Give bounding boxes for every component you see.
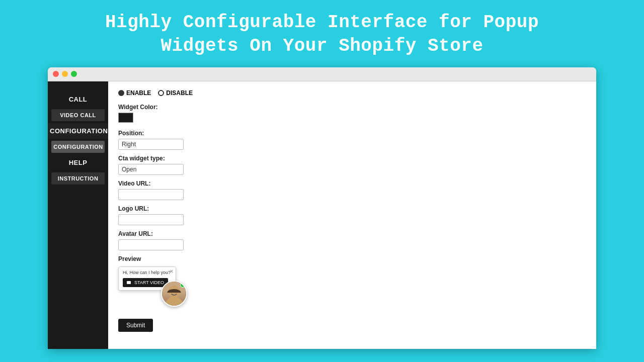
widget-color-label: Widget Color: — [118, 104, 586, 111]
browser-titlebar — [48, 67, 596, 81]
preview-label: Preview — [118, 255, 586, 262]
main-content: ENABLE DISABLE Widget Color: Position: C… — [108, 81, 596, 349]
avatar-url-label: Avatar URL: — [118, 230, 586, 237]
video-url-input[interactable] — [118, 189, 184, 200]
preview-widget: ✕ Hi, How can I help you? START VIDEO — [118, 266, 199, 307]
position-label: Position: — [118, 130, 586, 137]
svg-point-0 — [165, 297, 183, 306]
position-section: Position: — [118, 130, 586, 150]
widget-close-icon[interactable]: ✕ — [170, 269, 174, 274]
sidebar-video-call-label: VIDEO CALL — [60, 112, 96, 118]
enable-radio-label[interactable]: ENABLE — [118, 89, 151, 97]
sidebar: CALL VIDEO CALL CONFIGURATION CONFIGURAT… — [48, 81, 108, 349]
disable-radio-empty — [158, 90, 164, 96]
disable-radio-label[interactable]: DISABLE — [158, 89, 193, 97]
disable-label-text: DISABLE — [166, 89, 193, 97]
avatar-url-section: Avatar URL: — [118, 230, 586, 250]
cta-widget-type-input[interactable] — [118, 164, 184, 175]
widget-start-video-button[interactable]: START VIDEO — [123, 278, 168, 287]
enable-radio-filled — [118, 90, 124, 96]
sidebar-video-call-button[interactable]: VIDEO CALL — [51, 109, 105, 121]
sidebar-item-help[interactable]: HELP — [48, 155, 108, 170]
sidebar-help-label: HELP — [69, 159, 88, 166]
header-line1: Highly Configurable Interface for Popup — [105, 12, 539, 33]
position-input[interactable] — [118, 139, 184, 150]
avatar-url-input[interactable] — [118, 239, 184, 250]
preview-section: Preview ✕ Hi, How can I help you? START … — [118, 255, 586, 307]
enable-label-text: ENABLE — [126, 89, 151, 97]
widget-color-swatch[interactable] — [118, 113, 133, 123]
browser-window: CALL VIDEO CALL CONFIGURATION CONFIGURAT… — [48, 67, 596, 349]
video-icon — [127, 281, 131, 284]
widget-color-section: Widget Color: — [118, 104, 586, 125]
header-line2: Widgets On Your Shopify Store — [160, 36, 483, 56]
sidebar-config-btn-label: CONFIGURATION — [53, 144, 103, 150]
header-title: Highly Configurable Interface for Popup … — [10, 11, 634, 58]
submit-label: Submit — [126, 322, 145, 329]
minimize-button-dot[interactable] — [62, 71, 68, 77]
close-button-dot[interactable] — [53, 71, 59, 77]
sidebar-configuration-button[interactable]: CONFIGURATION — [51, 141, 105, 153]
logo-url-input[interactable] — [118, 214, 184, 225]
page-header: Highly Configurable Interface for Popup … — [0, 0, 644, 67]
submit-button[interactable]: Submit — [118, 319, 153, 332]
sidebar-configuration-label: CONFIGURATION — [50, 127, 108, 135]
cta-widget-type-label: Cta widget type: — [118, 155, 586, 162]
browser-content: CALL VIDEO CALL CONFIGURATION CONFIGURAT… — [48, 81, 596, 349]
cta-widget-type-section: Cta widget type: — [118, 155, 586, 175]
enable-disable-toggle: ENABLE DISABLE — [118, 89, 586, 97]
maximize-button-dot[interactable] — [71, 71, 77, 77]
widget-avatar[interactable] — [161, 281, 187, 307]
start-video-label: START VIDEO — [134, 280, 164, 285]
sidebar-item-call[interactable]: CALL — [48, 92, 108, 107]
video-url-section: Video URL: — [118, 180, 586, 200]
sidebar-call-label: CALL — [69, 96, 88, 103]
logo-url-section: Logo URL: — [118, 205, 586, 225]
widget-greeting-text: Hi, How can I help you? — [123, 270, 172, 275]
video-url-label: Video URL: — [118, 180, 586, 187]
sidebar-instruction-button[interactable]: INSTRUCTION — [51, 172, 105, 185]
sidebar-instruction-label: INSTRUCTION — [58, 175, 99, 182]
avatar-online-indicator — [180, 283, 185, 288]
logo-url-label: Logo URL: — [118, 205, 586, 212]
sidebar-item-configuration[interactable]: CONFIGURATION — [48, 123, 108, 139]
